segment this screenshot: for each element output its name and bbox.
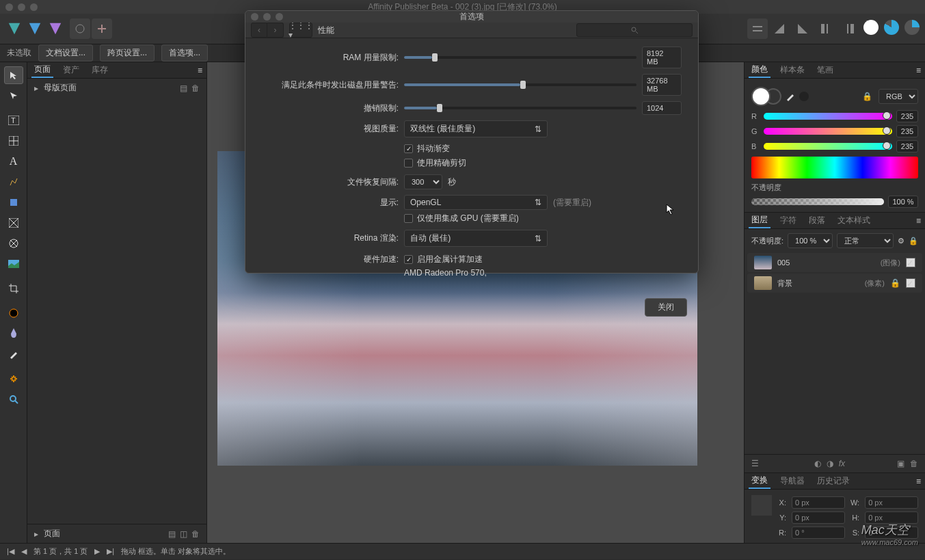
dialog-search-field[interactable] — [576, 23, 693, 37]
panel-menu-icon[interactable]: ≡ — [198, 66, 202, 75]
undo-limit-value[interactable]: 1024 — [642, 101, 682, 115]
recovery-interval-select[interactable]: 300 — [404, 174, 442, 189]
blue-slider[interactable] — [764, 143, 892, 150]
layer-opacity-select[interactable]: 100 % — [788, 233, 833, 248]
disk-warn-slider[interactable] — [404, 83, 636, 86]
opacity-slider[interactable] — [751, 198, 884, 205]
tab-layers[interactable]: 图层 — [749, 213, 770, 228]
lock-icon[interactable]: 🔒 — [890, 278, 900, 288]
rectangle-tool-icon[interactable] — [4, 194, 23, 211]
green-slider[interactable] — [764, 128, 892, 135]
snapping-icon[interactable] — [863, 20, 879, 35]
spread-setup-button[interactable]: 跨页设置... — [100, 44, 155, 62]
x-value[interactable]: 0 px — [792, 496, 845, 509]
dialog-minimize-button[interactable] — [263, 13, 271, 21]
document-setup-button[interactable]: 文档设置... — [38, 44, 93, 62]
zoom-window-button[interactable] — [30, 3, 38, 11]
text-frame-tool-icon[interactable]: T — [4, 111, 23, 129]
fill-tool-icon[interactable] — [4, 304, 23, 322]
delete-icon[interactable]: 🗑 — [191, 83, 200, 93]
minimize-window-button[interactable] — [18, 3, 25, 11]
panel-menu-icon[interactable]: ≡ — [916, 477, 921, 486]
tab-transform[interactable]: 变换 — [749, 473, 770, 489]
place-image-tool-icon[interactable] — [4, 255, 23, 273]
view-quality-select[interactable]: 双线性 (最佳质量)⇅ — [404, 120, 548, 137]
tab-pages[interactable]: 页面 — [31, 62, 53, 78]
dialog-zoom-button[interactable] — [276, 13, 283, 21]
show-all-button[interactable]: ⋮⋮⋮ ▾ — [289, 23, 312, 38]
pen-tool-icon[interactable] — [4, 173, 23, 191]
color-picker-icon[interactable] — [786, 92, 795, 101]
delete-icon[interactable]: 🗑 — [191, 529, 200, 539]
align-right-icon[interactable] — [794, 20, 812, 38]
tab-navigator[interactable]: 导航器 — [777, 474, 807, 488]
panel-menu-icon[interactable]: ≡ — [916, 66, 921, 75]
view-tool-icon[interactable] — [4, 370, 23, 388]
blend-mode-select[interactable]: 正常 — [837, 233, 894, 248]
pages-list-icon[interactable]: ▤ — [168, 529, 176, 539]
dither-gradients-checkbox[interactable]: ✓抖动渐变 — [404, 143, 450, 155]
visibility-checkbox[interactable]: ✓ — [906, 258, 915, 267]
undo-limit-slider[interactable] — [404, 107, 636, 109]
shape-tool-icon[interactable] — [4, 235, 23, 252]
baseline-icon[interactable] — [904, 20, 920, 35]
layer-item[interactable]: 背景 (像素) 🔒 ✓ — [747, 274, 922, 293]
prev-page-icon[interactable]: ◀ — [21, 547, 27, 556]
tab-color[interactable]: 颜色 — [749, 62, 770, 78]
ram-limit-value[interactable]: 8192 MB — [642, 46, 682, 68]
gear-icon[interactable]: ⚙ — [898, 237, 904, 245]
forward-button[interactable]: › — [267, 23, 284, 38]
add-layer-icon[interactable]: ▣ — [897, 459, 904, 468]
distribute-h-icon[interactable] — [817, 20, 835, 38]
next-page-icon[interactable]: ▶ — [94, 547, 100, 556]
visibility-checkbox[interactable]: ✓ — [906, 278, 915, 288]
tab-stroke[interactable]: 笔画 — [814, 63, 836, 77]
transparency-tool-icon[interactable] — [4, 325, 23, 343]
display-select[interactable]: OpenGL⇅ — [404, 195, 548, 210]
first-page-icon[interactable]: |◀ — [7, 547, 14, 556]
color-mode-select[interactable]: RGB — [879, 89, 918, 104]
last-page-icon[interactable]: ▶| — [107, 547, 114, 556]
tab-history[interactable]: 历史记录 — [814, 474, 853, 488]
tab-txtstyles[interactable]: 文本样式 — [835, 213, 873, 228]
ram-limit-slider[interactable] — [404, 56, 636, 59]
align-left-icon[interactable] — [770, 20, 788, 38]
picture-frame-tool-icon[interactable] — [4, 214, 23, 232]
color-picker-tool-icon[interactable] — [4, 345, 23, 363]
toolbar-arrange-icon[interactable] — [747, 18, 768, 39]
tab-chars[interactable]: 字符 — [777, 213, 799, 228]
red-slider[interactable] — [764, 113, 892, 120]
blue-value[interactable] — [896, 140, 918, 152]
adjustment-icon[interactable]: ◑ — [827, 459, 833, 468]
add-page-icon[interactable]: ◫ — [180, 529, 187, 539]
crop-tool-icon[interactable] — [4, 280, 23, 297]
layers-stack-icon[interactable]: ☰ — [751, 459, 759, 468]
tab-assets[interactable]: 资产 — [60, 63, 82, 77]
r-value[interactable]: 0 ° — [792, 526, 845, 539]
mask-icon[interactable]: ◐ — [814, 459, 821, 468]
lock-icon[interactable]: 🔒 — [862, 92, 872, 101]
tab-stocks[interactable]: 库存 — [89, 63, 111, 77]
panel-menu-icon[interactable]: ≡ — [916, 216, 921, 226]
integrated-gpu-checkbox[interactable]: 仅使用集成 GPU (需要重启) — [404, 213, 519, 224]
toolbar-assets-icon[interactable] — [70, 18, 90, 39]
artistic-text-tool-icon[interactable]: A — [4, 152, 23, 170]
opacity-value[interactable] — [888, 196, 918, 208]
retina-select[interactable]: 自动 (最佳)⇅ — [404, 230, 548, 247]
tab-swatches[interactable]: 样本条 — [777, 63, 807, 77]
distribute-v-icon[interactable] — [840, 20, 858, 38]
anchor-selector[interactable] — [751, 495, 772, 516]
red-value[interactable] — [896, 110, 918, 122]
spectrum-picker[interactable] — [751, 157, 918, 178]
green-value[interactable] — [896, 125, 918, 137]
publisher-persona-icon[interactable] — [46, 20, 64, 38]
w-value[interactable]: 0 px — [865, 496, 918, 509]
node-tool-icon[interactable] — [4, 87, 23, 105]
master-page-row[interactable]: ▸ 母版页面 ▤ 🗑 — [27, 79, 206, 97]
delete-layer-icon[interactable]: 🗑 — [910, 459, 918, 468]
precise-clipping-checkbox[interactable]: 使用精确剪切 — [404, 157, 466, 169]
tab-para[interactable]: 段落 — [806, 213, 828, 228]
move-tool-icon[interactable] — [4, 66, 23, 84]
table-tool-icon[interactable] — [4, 132, 23, 150]
fill-color-well[interactable] — [751, 87, 770, 106]
